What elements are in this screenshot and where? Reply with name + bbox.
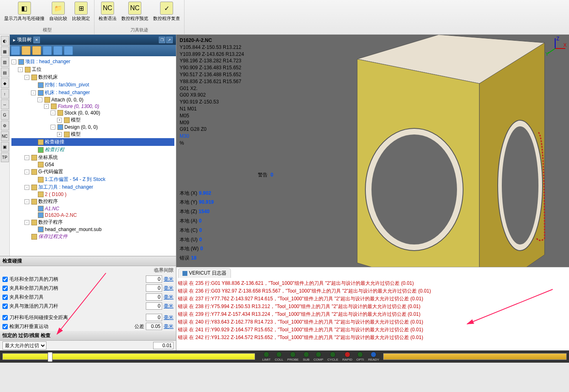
tool-btn[interactable] (64, 46, 73, 55)
project-tree[interactable]: -项目 : head_changer-工位-数控机床控制 : fan30im_p… (10, 56, 176, 256)
tree-node[interactable]: -Fixture (0, 1300, 0) (11, 103, 174, 110)
node-label[interactable]: 1:工作偏置 - 54 - Z 到 Stock (45, 176, 105, 183)
tree-node[interactable]: head_changer_mount.sub (11, 226, 174, 233)
log-line[interactable]: 错误 在 236 行:G03 Y82.97 Z-138.658 R15.567，… (178, 287, 567, 295)
node-label[interactable]: head_changer_mount.sub (45, 227, 101, 232)
tree-node[interactable]: -Stock (0, 0, 400) (11, 110, 174, 116)
progress-bar[interactable] (2, 353, 255, 360)
sidebar-btn[interactable]: ◐ (1, 36, 9, 46)
unit-link[interactable]: 毫米 (164, 294, 174, 300)
tree-toggle[interactable]: + (57, 132, 62, 137)
node-label[interactable]: 模型 (71, 117, 81, 123)
node-label[interactable]: 2 ( D100 ) (45, 192, 66, 197)
tree-toggle[interactable]: - (24, 220, 29, 225)
node-label[interactable]: 保存过程文件 (38, 233, 68, 240)
node-label[interactable]: 检查行程 (45, 146, 64, 153)
node-label[interactable]: D1620-A-2.NC (45, 212, 77, 218)
tree-toggle[interactable]: - (11, 59, 16, 64)
tree-node[interactable]: -机床 : head_changer (11, 89, 174, 97)
log-line[interactable]: 错误 在 239 行:Y77.94 Z-157.434 R13.224，"Too… (178, 311, 567, 318)
node-label[interactable]: 坐标系统 (38, 154, 58, 161)
log-line[interactable]: 错误 在 238 行:Y75.994 Z-150.53 R13.212，"Too… (178, 303, 567, 311)
progress-thumb[interactable] (48, 352, 53, 362)
sidebar-btn[interactable]: ↔ (1, 99, 9, 109)
tree-node[interactable]: 2 ( D100 ) (11, 191, 174, 198)
tree-node[interactable]: 保存过程文件 (11, 233, 174, 240)
sidebar-btn[interactable]: ⚙ (1, 121, 9, 130)
log-content[interactable]: 错误 在 235 行:G01 Y88.836 Z-136.621，"Tool_1… (176, 278, 569, 350)
tree-node[interactable]: -Design (0, 0, 0) (11, 124, 174, 130)
tree-node[interactable]: 控制 : fan30im_pivot (11, 81, 174, 89)
tree-node[interactable]: -数控程序 (11, 198, 174, 205)
tree-toggle[interactable]: - (51, 110, 55, 115)
popout-icon[interactable]: ↗ (166, 37, 173, 43)
sidebar-btn[interactable]: ▤ (1, 68, 9, 77)
log-line[interactable]: 错误 在 241 行:Y90.929 Z-164.577 R15.652，"To… (178, 326, 567, 334)
log-line[interactable]: 错误 在 242 行:Y91.322 Z-164.572 R15.652，"To… (178, 334, 567, 341)
clearance-input[interactable] (146, 293, 162, 301)
unit-link[interactable]: 毫米 (164, 324, 174, 329)
sidebar-btn[interactable]: ▣ (1, 142, 9, 152)
node-label[interactable]: G-代码偏置 (38, 168, 63, 175)
tree-toggle[interactable]: - (44, 104, 49, 109)
overcut-value[interactable] (153, 342, 174, 349)
sidebar-btn[interactable]: TP (1, 152, 9, 162)
tree-node[interactable]: +模型 (11, 116, 174, 124)
redo-btn[interactable] (53, 46, 62, 55)
tool-btn[interactable] (11, 46, 20, 55)
collision-check[interactable]: 夹具与激活的刀具刀杆 (2, 303, 58, 310)
3d-viewport[interactable]: D1620-A-2.NC Y105.844 Z-150.53 R13.212Y1… (176, 35, 569, 267)
tree-toggle[interactable]: - (24, 185, 29, 190)
sidebar-btn[interactable]: ▥ (1, 57, 9, 67)
collision-check[interactable]: 刀杆和毛坯间碰撞安全距离 (2, 314, 68, 321)
tree-node[interactable]: +模型 (11, 130, 174, 138)
node-label[interactable]: A1.NC (45, 206, 59, 211)
clearance-input[interactable] (146, 284, 162, 292)
tree-toggle[interactable]: - (24, 155, 29, 160)
clearance-input[interactable] (146, 275, 162, 283)
sidebar-btn[interactable]: ▦ (1, 46, 9, 56)
tree-node[interactable]: -项目 : head_changer (11, 58, 174, 66)
ribbon-item[interactable]: NC数控程序预览 (119, 1, 151, 26)
node-label[interactable]: 检查碰撞 (45, 139, 64, 145)
collision-check[interactable]: 毛坯和全部刀具的刀柄 (2, 276, 58, 283)
clearance-input[interactable] (146, 314, 162, 321)
log-line[interactable]: 错误 在 235 行:G01 Y88.836 Z-136.621，"Tool_1… (178, 280, 567, 287)
unit-link[interactable]: 毫米 (164, 276, 174, 282)
unit-link[interactable]: 毫米 (164, 285, 174, 291)
node-label[interactable]: 项目 : head_changer (25, 58, 70, 65)
ribbon-item[interactable]: ✓数控程序复查 (151, 1, 182, 26)
node-label[interactable]: G54 (45, 162, 54, 167)
sidebar-btn[interactable]: ◆ (1, 78, 9, 88)
unit-link[interactable]: 毫米 (164, 315, 174, 320)
tree-node[interactable]: -数控机床 (11, 73, 174, 81)
sidebar-btn[interactable]: NC (1, 131, 9, 141)
tree-toggle[interactable]: + (57, 118, 62, 123)
log-tab[interactable]: VERICUT 日志器 (178, 268, 231, 278)
node-label[interactable]: Stock (0, 0, 400) (64, 110, 100, 116)
node-label[interactable]: 数控子程序 (38, 219, 63, 226)
tree-node[interactable]: 检查行程 (11, 146, 174, 154)
tree-node[interactable]: A1.NC (11, 205, 174, 212)
tree-toggle[interactable]: - (24, 75, 29, 80)
tree-node[interactable]: 1:工作偏置 - 54 - Z 到 Stock (11, 176, 174, 183)
log-line[interactable]: 错误 在 237 行:Y77.762 Z-143.927 R14.615，"To… (178, 295, 567, 303)
tree-toggle[interactable]: - (24, 170, 29, 174)
log-line[interactable]: 错误 在 240 行:Y83.643 Z-162.778 R14.723，"To… (178, 318, 567, 326)
node-label[interactable]: 数控程序 (38, 198, 58, 205)
node-label[interactable]: Attach (0, 0, 0) (51, 97, 83, 103)
tree-node[interactable]: -G-代码偏置 (11, 168, 174, 176)
node-label[interactable]: 数控机床 (38, 74, 58, 81)
tool-btn[interactable] (22, 46, 31, 55)
tree-toggle[interactable]: - (31, 90, 36, 95)
tree-node[interactable]: -工位 (11, 66, 174, 73)
tree-node[interactable]: D1620-A-2.NC (11, 212, 174, 218)
tree-node[interactable]: -数控子程序 (11, 218, 174, 226)
tree-node[interactable]: -加工刀具 : head_changer (11, 183, 174, 191)
tree-node[interactable]: -Attach (0, 0, 0) (11, 97, 174, 103)
collision-check[interactable]: 检测刀杆垂直运动 (2, 323, 48, 330)
ribbon-item[interactable]: NC检查语法 (96, 1, 119, 26)
ribbon-item[interactable]: ⊞比较测定 (70, 1, 92, 26)
sidebar-btn[interactable]: G (1, 110, 9, 120)
collision-check[interactable]: 夹具和全部刀具的刀柄 (2, 285, 58, 292)
